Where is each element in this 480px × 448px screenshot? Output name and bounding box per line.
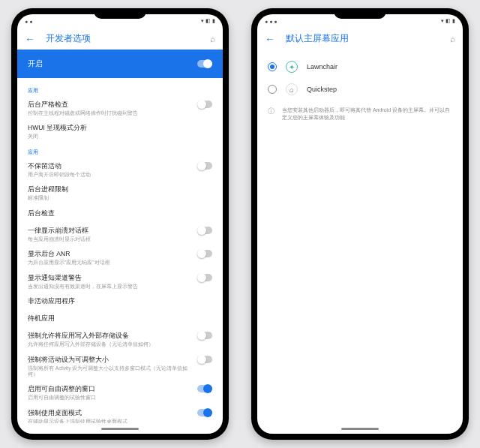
settings-item[interactable]: 非活动应用程序 [28, 293, 212, 311]
phone-right: ● ● ● ▾ ◧ ▮ ← 默认主屏幕应用 ⌕ ✦Lawnchair⌂Quick… [251, 8, 469, 440]
toggle-switch[interactable] [197, 356, 212, 363]
toggle-switch[interactable] [197, 332, 212, 339]
settings-item[interactable]: 后台严格检查控制在主线程对磁盘或网络操作时打扰碰到警告 [28, 97, 212, 120]
settings-item-title: HWUI 呈现模式分析 [28, 124, 212, 133]
settings-item-title: 强制将活动设为可调整大小 [28, 356, 191, 365]
settings-item-title: 非活动应用程序 [28, 297, 212, 306]
settings-item-subtitle: 关闭 [28, 134, 212, 140]
nav-pill[interactable] [101, 428, 139, 430]
settings-item-subtitle: 当发出通知没有有效渠道时，在屏幕上显示警告 [28, 284, 191, 290]
settings-item-title: 显示后台 ANR [28, 250, 191, 259]
settings-item-subtitle: 允许将任何应用写入外部存储设备（无论清单值如何） [28, 341, 191, 347]
settings-item[interactable]: 后台进程限制标准限制 [28, 182, 212, 205]
toggle-switch[interactable] [197, 101, 212, 108]
settings-item-subtitle: 控制在主线程对磁盘或网络操作时打扰碰到警告 [28, 110, 191, 116]
settings-item[interactable]: 待机应用 [28, 311, 212, 328]
settings-item[interactable]: 不保留活动用户离开后即销毁每个活动 [28, 158, 212, 182]
status-left: ● ● [25, 19, 32, 24]
section-label: 应用 [28, 87, 212, 95]
settings-item-title: 显示通知渠道警告 [28, 274, 191, 283]
screen-right: ● ● ● ▾ ◧ ▮ ← 默认主屏幕应用 ⌕ ✦Lawnchair⌂Quick… [257, 14, 463, 434]
info-row: ⓘ当您安装其他启动器后，即可将其代替 Android 设备的主屏幕。并可以自定义… [265, 101, 455, 128]
master-toggle-label: 开启 [28, 59, 43, 69]
settings-item-text: 显示后台 ANR为后台应用显示"应用无响应"对话框 [28, 250, 191, 266]
settings-item-title: 后台严格检查 [28, 101, 191, 110]
settings-list[interactable]: 应用后台严格检查控制在主线程对磁盘或网络操作时打扰碰到警告HWUI 呈现模式分析… [17, 78, 223, 423]
settings-item-subtitle: 强制将所有 Activity 设为可调整大小以支持多窗口模式（无论清单值如何） [28, 365, 191, 378]
radio-button[interactable] [268, 85, 277, 94]
toggle-switch[interactable] [197, 409, 212, 416]
launcher-item[interactable]: ⌂Quickstep [265, 78, 455, 101]
page-title: 默认主屏幕应用 [286, 32, 440, 45]
radio-button[interactable] [268, 62, 277, 71]
section-label: 应用 [28, 149, 212, 156]
settings-item-text: HWUI 呈现模式分析关闭 [28, 124, 212, 140]
settings-item-title: 待机应用 [28, 314, 212, 323]
notch [334, 8, 386, 19]
toggle-switch[interactable] [197, 274, 212, 281]
status-right: ▾ ◧ ▮ [201, 18, 215, 24]
screen-left: ● ● ▾ ◧ ▮ ← 开发者选项 ⌕ 开启 应用后台严格检查控制在主线程对磁盘… [17, 14, 223, 434]
settings-item-subtitle: 启用可自由调整的试验性窗口 [28, 395, 191, 401]
settings-item-text: 不保留活动用户离开后即销毁每个活动 [28, 162, 191, 178]
spacer [257, 134, 463, 423]
settings-item[interactable]: 启用可自由调整的窗口启用可自由调整的试验性窗口 [28, 381, 212, 404]
settings-item-subtitle: 为后台应用显示"应用无响应"对话框 [28, 260, 191, 266]
settings-item-subtitle: 用户离开后即销毁每个活动 [28, 172, 191, 178]
info-icon: ⓘ [268, 107, 274, 116]
settings-item-subtitle: 每当应用崩溃时显示对话框 [28, 236, 191, 242]
toggle-switch[interactable] [197, 385, 212, 392]
launcher-item[interactable]: ✦Lawnchair [265, 56, 455, 78]
settings-item[interactable]: 显示通知渠道警告当发出通知没有有效渠道时，在屏幕上显示警告 [28, 270, 212, 293]
search-icon[interactable]: ⌕ [450, 34, 455, 44]
launcher-name: Quickstep [307, 86, 337, 93]
master-toggle-switch[interactable] [197, 60, 212, 68]
back-icon[interactable]: ← [265, 33, 275, 45]
settings-item-text: 非活动应用程序 [28, 297, 212, 307]
settings-item-title: 强制使用桌面模式 [28, 409, 191, 418]
settings-item-text: 一律显示崩溃对话框每当应用崩溃时显示对话框 [28, 227, 191, 242]
info-text: 当您安装其他启动器后，即可将其代替 Android 设备的主屏幕。并可以自定义您… [282, 107, 452, 122]
settings-item-text: 后台检查 [28, 209, 212, 219]
app-icon: ⌂ [286, 83, 298, 95]
settings-item[interactable]: 后台检查 [28, 206, 212, 223]
settings-item[interactable]: 一律显示崩溃对话框每当应用崩溃时显示对话框 [28, 223, 212, 246]
settings-item-text: 待机应用 [28, 314, 212, 324]
settings-item[interactable]: 强制使用桌面模式在辅助显示设备上强制使用试验性桌面模式 [28, 405, 212, 423]
status-left: ● ● ● [265, 19, 278, 24]
settings-item-title: 后台检查 [28, 209, 212, 218]
nav-bar [17, 423, 223, 434]
settings-item[interactable]: 强制允许将应用写入外部存储设备允许将任何应用写入外部存储设备（无论清单值如何） [28, 328, 212, 351]
settings-item-title: 不保留活动 [28, 162, 191, 171]
search-icon[interactable]: ⌕ [210, 34, 215, 44]
settings-item-title: 一律显示崩溃对话框 [28, 227, 191, 236]
settings-item-text: 强制允许将应用写入外部存储设备允许将任何应用写入外部存储设备（无论清单值如何） [28, 332, 191, 347]
toggle-switch[interactable] [197, 250, 212, 257]
settings-item-text: 显示通知渠道警告当发出通知没有有效渠道时，在屏幕上显示警告 [28, 274, 191, 290]
status-right: ▾ ◧ ▮ [441, 18, 455, 24]
launcher-list: ✦Lawnchair⌂Quickstepⓘ当您安装其他启动器后，即可将其代替 A… [257, 50, 463, 134]
settings-item-text: 强制使用桌面模式在辅助显示设备上强制使用试验性桌面模式 [28, 409, 191, 423]
master-toggle-row[interactable]: 开启 [17, 50, 223, 78]
settings-item-text: 启用可自由调整的窗口启用可自由调整的试验性窗口 [28, 385, 191, 401]
settings-item[interactable]: HWUI 呈现模式分析关闭 [28, 120, 212, 143]
settings-item-subtitle: 标准限制 [28, 195, 212, 201]
launcher-name: Lawnchair [307, 63, 338, 71]
app-icon: ✦ [286, 61, 298, 73]
back-icon[interactable]: ← [25, 33, 35, 45]
notch [94, 8, 146, 19]
phone-left: ● ● ▾ ◧ ▮ ← 开发者选项 ⌕ 开启 应用后台严格检查控制在主线程对磁盘… [11, 8, 229, 440]
app-header: ← 开发者选项 ⌕ [17, 28, 223, 50]
settings-item[interactable]: 显示后台 ANR为后台应用显示"应用无响应"对话框 [28, 246, 212, 269]
settings-item-title: 强制允许将应用写入外部存储设备 [28, 332, 191, 341]
settings-item[interactable]: 强制将活动设为可调整大小强制将所有 Activity 设为可调整大小以支持多窗口… [28, 352, 212, 382]
settings-item-text: 强制将活动设为可调整大小强制将所有 Activity 设为可调整大小以支持多窗口… [28, 356, 191, 378]
settings-item-title: 启用可自由调整的窗口 [28, 385, 191, 394]
page-title: 开发者选项 [46, 32, 200, 45]
settings-item-title: 后台进程限制 [28, 185, 212, 194]
app-header: ← 默认主屏幕应用 ⌕ [257, 28, 463, 50]
nav-bar [257, 423, 463, 434]
nav-pill[interactable] [341, 428, 379, 430]
toggle-switch[interactable] [197, 162, 212, 170]
toggle-switch[interactable] [197, 227, 212, 234]
